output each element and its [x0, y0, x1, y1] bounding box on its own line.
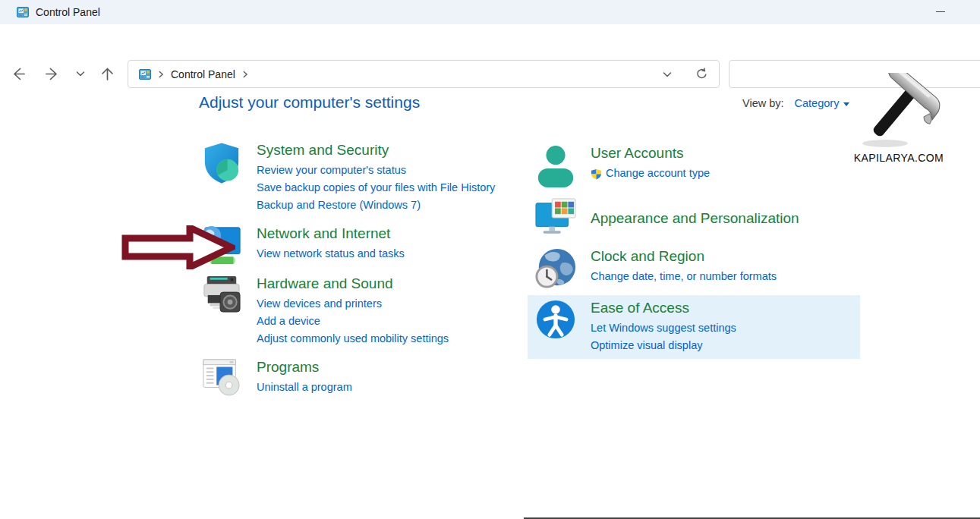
category-appearance-personalization: Appearance and Personalization	[534, 197, 799, 238]
user-accounts-title[interactable]: User Accounts	[591, 144, 710, 162]
control-panel-window: Control Panel	[0, 0, 980, 519]
chevron-down-icon	[662, 69, 673, 80]
forward-arrow-icon	[44, 66, 60, 82]
category-clock-and-region: Clock and Region Change date, time, or n…	[534, 247, 777, 290]
system-security-title[interactable]: System and Security	[257, 141, 495, 159]
link-backup-restore-windows7[interactable]: Backup and Restore (Windows 7)	[257, 197, 495, 214]
view-by-dropdown[interactable]: Category	[795, 97, 850, 109]
page-title: Adjust your computer's settings	[199, 93, 420, 112]
breadcrumb-control-panel[interactable]: Control Panel	[171, 68, 235, 80]
category-ease-of-access: Ease of Access Let Windows suggest setti…	[534, 299, 736, 354]
control-panel-icon	[17, 6, 29, 18]
breadcrumb-control-panel-icon	[139, 68, 151, 80]
category-programs: Programs Uninstall a program	[200, 358, 352, 396]
back-arrow-icon	[11, 66, 27, 82]
programs-icon[interactable]	[200, 358, 243, 396]
up-button[interactable]	[96, 63, 118, 84]
up-arrow-icon	[99, 66, 115, 82]
view-by-label: View by:	[742, 97, 784, 109]
hammer-icon	[853, 73, 944, 149]
breadcrumb-chevron-icon[interactable]	[240, 69, 251, 80]
link-file-history-backup[interactable]: Save backup copies of your files with Fi…	[257, 179, 495, 197]
site-watermark: KAPILARYA.COM	[850, 73, 947, 164]
link-change-account-type[interactable]: Change account type	[606, 165, 710, 182]
link-uninstall-a-program[interactable]: Uninstall a program	[257, 379, 352, 396]
hardware-sound-title[interactable]: Hardware and Sound	[257, 275, 449, 293]
system-security-icon[interactable]	[200, 141, 243, 184]
link-review-computer-status[interactable]: Review your computer's status	[257, 162, 495, 179]
programs-title[interactable]: Programs	[257, 358, 352, 376]
back-button[interactable]	[8, 63, 29, 84]
ease-of-access-title[interactable]: Ease of Access	[591, 299, 736, 317]
minimize-icon	[936, 11, 945, 12]
address-dropdown-button[interactable]	[659, 66, 676, 83]
refresh-button[interactable]	[692, 64, 711, 83]
window-title: Control Panel	[36, 6, 100, 18]
clock-region-icon[interactable]	[534, 247, 577, 290]
watermark-text: KAPILARYA.COM	[850, 152, 947, 164]
link-view-devices-printers[interactable]: View devices and printers	[257, 295, 449, 313]
link-mobility-settings[interactable]: Adjust commonly used mobility settings	[257, 330, 449, 348]
refresh-icon	[695, 68, 708, 80]
titlebar: Control Panel	[0, 0, 980, 24]
address-bar[interactable]: Control Panel	[128, 60, 720, 88]
uac-shield-icon	[591, 168, 602, 180]
hardware-sound-icon[interactable]	[200, 275, 243, 313]
minimize-button[interactable]	[924, 0, 957, 23]
recent-pages-dropdown[interactable]	[70, 63, 91, 84]
annotation-arrow-icon	[121, 225, 235, 269]
appearance-personalization-title[interactable]: Appearance and Personalization	[591, 209, 799, 228]
link-change-date-time-formats[interactable]: Change date, time, or number formats	[591, 268, 777, 285]
forward-button[interactable]	[41, 63, 62, 84]
view-by-value: Category	[795, 97, 840, 109]
link-windows-suggest-settings[interactable]: Let Windows suggest settings	[591, 319, 736, 337]
navigation-toolbar: Control Panel	[0, 24, 980, 74]
breadcrumb-chevron-icon[interactable]	[156, 69, 166, 80]
network-internet-title[interactable]: Network and Internet	[257, 225, 405, 243]
category-system-and-security: System and Security Review your computer…	[200, 141, 495, 214]
link-add-a-device[interactable]: Add a device	[257, 313, 449, 330]
appearance-personalization-icon[interactable]	[534, 197, 577, 238]
ease-of-access-icon[interactable]	[534, 299, 577, 340]
link-view-network-status[interactable]: View network status and tasks	[257, 245, 405, 263]
link-optimize-visual-display[interactable]: Optimize visual display	[591, 337, 736, 354]
category-hardware-and-sound: Hardware and Sound View devices and prin…	[200, 275, 449, 348]
dropdown-caret-icon	[843, 102, 849, 106]
user-accounts-icon[interactable]	[534, 144, 577, 188]
category-user-accounts: User Accounts Change account type	[534, 144, 710, 188]
clock-region-title[interactable]: Clock and Region	[591, 247, 777, 266]
chevron-down-icon	[75, 68, 86, 79]
